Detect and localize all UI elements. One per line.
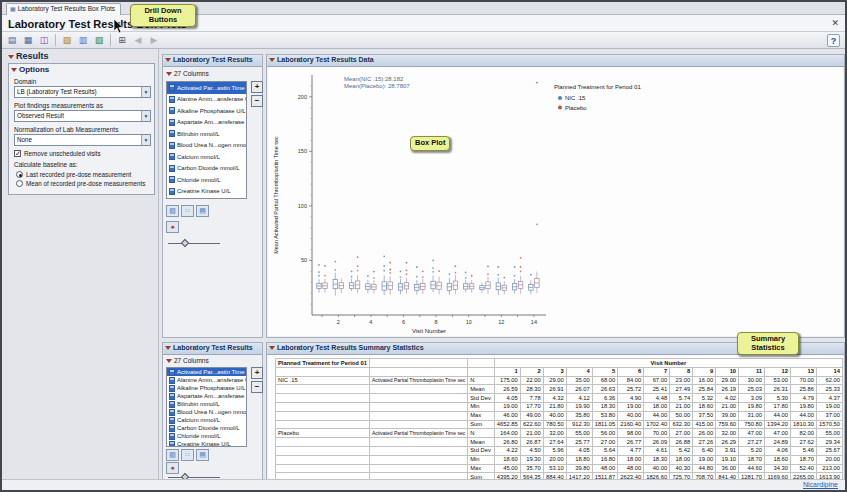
boxplot-mode-button[interactable]: ▧	[166, 449, 179, 461]
continuous-column-icon	[169, 377, 175, 384]
points-mode-button[interactable]: ∷	[181, 449, 194, 461]
plot-as-select[interactable]: Observed Result▼	[14, 110, 151, 122]
continuous-column-icon	[169, 107, 175, 114]
status-bar: Nicardipine	[2, 479, 845, 490]
column-list-item[interactable]: Calcium mmol/L	[167, 151, 246, 163]
column-list-item[interactable]: Alkaline Phosphatase U/L	[167, 105, 246, 117]
columns-menu[interactable]: 27 Columns	[166, 70, 209, 77]
svg-text:Mean(Placebo): 28.7807: Mean(Placebo): 28.7807	[344, 83, 410, 89]
table-mode-button[interactable]: ▤	[196, 205, 209, 217]
jitter-slider[interactable]	[168, 477, 220, 478]
disclosure-icon[interactable]	[269, 58, 275, 62]
normalization-select[interactable]: None▼	[14, 134, 151, 146]
column-list-item[interactable]: Carbon Dioxide mmol/L	[167, 163, 246, 175]
toolbar-separator	[110, 34, 111, 46]
table-mode-button[interactable]: ▤	[196, 449, 209, 461]
disclosure-icon[interactable]	[8, 55, 14, 59]
distribution-icon[interactable]: ▥	[76, 33, 90, 47]
journal-icon[interactable]: ▤	[5, 33, 19, 47]
boxplot-mode-button[interactable]: ▧	[166, 205, 179, 217]
continuous-column-icon	[169, 369, 175, 376]
column-list-item[interactable]: Bilirubin mmol/L	[167, 400, 246, 408]
svg-text:50: 50	[301, 257, 307, 263]
disclosure-icon[interactable]	[269, 346, 275, 350]
baseline-mean-radio[interactable]	[16, 180, 23, 187]
summary-table-row: Std Dev4.224.505.964.055.644.774.615.426…	[276, 446, 843, 455]
clear-selection-button[interactable]: ●	[166, 462, 179, 474]
column-list-item[interactable]: Calcium mmol/L	[167, 416, 246, 424]
continuous-column-icon	[169, 417, 175, 424]
summary-table-row: Mean26.8026.8727.6425.7727.0026.7726.092…	[276, 438, 843, 447]
svg-text:Mean(NIC .15):28.182: Mean(NIC .15):28.182	[344, 76, 404, 82]
continuous-column-icon	[169, 393, 175, 400]
normalization-label: Normalization of Lab Measurements	[14, 126, 118, 133]
disclosure-icon[interactable]	[11, 68, 17, 72]
column-list-item[interactable]: Creatine Kinase U/L	[167, 440, 246, 447]
column-list-item[interactable]: Chloride mmol/L	[167, 432, 246, 440]
column-list-item[interactable]: Aspartate Am...ansferase U/L	[167, 117, 246, 129]
disclosure-icon[interactable]	[165, 58, 171, 62]
chevron-down-icon: ▼	[141, 87, 150, 97]
column-list-item[interactable]: Creatine Kinase U/L	[167, 186, 246, 198]
column-list-item[interactable]: Carbon Dioxide mmol/L	[167, 424, 246, 432]
add-column-button[interactable]: +	[251, 81, 263, 93]
column-list-item[interactable]: Alanine Amin...ansferase U/L	[167, 94, 246, 106]
column-list-item-label: Blood Urea N...ogen mmol/L	[177, 142, 246, 148]
svg-text:12: 12	[498, 319, 504, 325]
svg-text:200: 200	[298, 94, 307, 100]
notes-icon[interactable]: ▨	[60, 33, 74, 47]
summary-table-row: Std Dev4.057.784.324.126.364.904.485.745…	[276, 394, 843, 403]
column-list-item[interactable]: Activated Par...astin Time sec	[167, 82, 246, 94]
column-selector-panel-top: Laboratory Test Results 27 Columns Activ…	[162, 54, 263, 338]
points-mode-button[interactable]: ∷	[181, 205, 194, 217]
domain-select[interactable]: LB (Laboratory Test Results)▼	[14, 86, 151, 98]
results-data-panel: Laboratory Test Results Data 50100150200…	[266, 54, 845, 338]
column-list[interactable]: Activated Par...astin Time secAlanine Am…	[166, 81, 247, 199]
results-data-header[interactable]: Laboratory Test Results Data	[267, 55, 844, 67]
refresh-icon[interactable]: ⊞	[115, 33, 129, 47]
chart-icon[interactable]: ▧	[92, 33, 106, 47]
svg-text:100: 100	[298, 203, 307, 209]
column-list-item[interactable]: Blood Urea N...ogen mmol/L	[167, 140, 246, 152]
column-list[interactable]: Activated Par...astin Time secAlanine Am…	[166, 367, 247, 447]
continuous-column-icon	[169, 165, 175, 172]
continuous-column-icon	[169, 441, 175, 448]
column-list-item[interactable]: Activated Par...astin Time sec	[167, 368, 246, 376]
toolbar: ▤▦◫▨▥▧⊞◀▶	[2, 32, 845, 49]
results-outline[interactable]: Results	[8, 51, 49, 61]
remove-column-button[interactable]: −	[251, 95, 263, 107]
red-triangle-menu-icon[interactable]	[166, 359, 172, 363]
report-tab-icon: ▦	[10, 6, 16, 12]
baseline-last-radio[interactable]	[16, 171, 23, 178]
close-icon[interactable]: ✕	[831, 18, 839, 28]
remove-column-button[interactable]: −	[251, 381, 263, 393]
nicardipine-link[interactable]: Nicardipine	[803, 481, 838, 488]
column-list-item-label: Aspartate Am...ansferase U/L	[177, 119, 246, 125]
column-list-item-label: Alanine Amin...ansferase U/L	[177, 377, 246, 383]
add-column-button[interactable]: +	[251, 367, 263, 379]
svg-text:14: 14	[531, 319, 537, 325]
column-list-item[interactable]: Aspartate Am...ansferase U/L	[167, 392, 246, 400]
report-icon[interactable]: ◫	[37, 33, 51, 47]
slider-thumb[interactable]	[181, 239, 189, 247]
boxplot-canvas[interactable]: 501001502002468101214Visit NumberMean Ac…	[268, 67, 843, 335]
columns-menu[interactable]: 27 Columns	[166, 357, 209, 364]
data-table-icon[interactable]: ▦	[21, 33, 35, 47]
help-button[interactable]: ?	[827, 34, 840, 47]
column-list-item[interactable]: Blood Urea N...ogen mmol/L	[167, 408, 246, 416]
disclosure-icon[interactable]	[165, 346, 171, 350]
jitter-slider[interactable]	[168, 243, 220, 244]
options-header[interactable]: Options	[9, 64, 154, 75]
column-list-item[interactable]: Alkaline Phosphatase U/L	[167, 384, 246, 392]
tab-lab-results-box-plots[interactable]: ▦Laboratory Test Results Box Plots	[6, 3, 121, 15]
column-panel-header[interactable]: Laboratory Test Results	[163, 55, 262, 67]
red-triangle-menu-icon[interactable]	[166, 72, 172, 76]
column-list-item[interactable]: Bilirubin mmol/L	[167, 128, 246, 140]
remove-unscheduled-checkbox[interactable]: ✓	[14, 150, 21, 157]
column-panel-header[interactable]: Laboratory Test Results	[163, 343, 262, 355]
summary-table-row: Min18.6019.3020.0018.8016.8018.0018.3018…	[276, 455, 843, 464]
clear-selection-button[interactable]: ●	[166, 221, 179, 233]
column-list-item[interactable]: Chloride mmol/L	[167, 174, 246, 186]
svg-text:Placebo: Placebo	[565, 105, 587, 111]
column-list-item[interactable]: Alanine Amin...ansferase U/L	[167, 376, 246, 384]
